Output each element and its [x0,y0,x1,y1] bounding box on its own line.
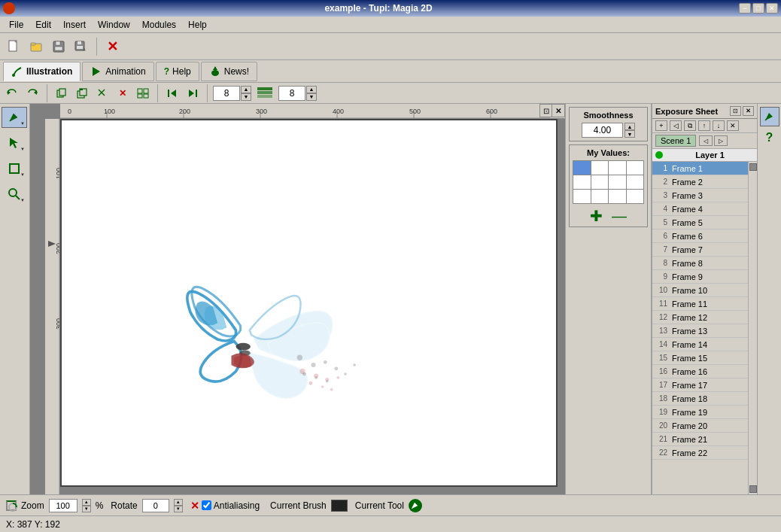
add-scene-button[interactable]: + [655,120,667,131]
delete-button[interactable]: ✕ [114,85,132,102]
save-as-button[interactable]: + [71,36,92,57]
frame-row[interactable]: 16 Frame 16 [652,365,748,378]
redo-button[interactable] [23,85,41,102]
frame-row[interactable]: 11 Frame 11 [652,297,748,311]
scene-remove-button[interactable]: ✕ [727,120,739,131]
color-cell-9[interactable] [591,190,609,203]
smoothness-up[interactable]: ▲ [624,123,635,130]
frame-row[interactable]: 12 Frame 12 [652,311,748,324]
color-cell-6[interactable] [609,175,626,189]
frame-spinner[interactable]: ▲ ▼ [278,86,317,101]
frame-down-arrow[interactable]: ▼ [306,93,317,101]
scene-down-button[interactable]: ↓ [713,120,725,131]
color-cell-11[interactable] [627,190,644,203]
shape-tool[interactable]: ▼ [2,158,27,179]
brush-color-swatch[interactable] [331,500,348,512]
exposure-restore-button[interactable]: ⊡ [730,106,741,116]
menu-help[interactable]: Help [182,18,213,32]
scene-prev-button[interactable]: ◁ [699,135,713,146]
close-button[interactable]: ✕ [766,3,778,14]
scene-copy-button[interactable]: ⧉ [684,120,696,131]
menu-file[interactable]: File [3,18,29,32]
smoothness-down[interactable]: ▼ [624,130,635,138]
zoom-up[interactable]: ▲ [82,499,91,506]
forward-button[interactable] [184,85,202,102]
frame-row[interactable]: 13 Frame 13 [652,324,748,338]
frame-row[interactable]: 9 Frame 9 [652,270,748,284]
frame-row[interactable]: 14 Frame 14 [652,338,748,351]
select-tool[interactable]: ▼ [2,132,27,154]
scene-next-button[interactable]: ▷ [714,135,728,146]
color-cell-1[interactable] [591,161,609,175]
group-button[interactable] [134,85,152,102]
layer-input[interactable] [213,86,240,101]
frame-row[interactable]: 20 Frame 20 [652,419,748,433]
rotate-input[interactable] [142,499,169,512]
frame-row[interactable]: 19 Frame 19 [652,406,748,419]
frame-row[interactable]: 8 Frame 8 [652,257,748,270]
scene-name[interactable]: Scene 1 [655,135,696,147]
scroll-down-button[interactable] [749,485,757,493]
zoom-down[interactable]: ▼ [82,506,91,512]
back-button[interactable] [163,85,181,102]
active-tool-button[interactable] [760,107,779,126]
menu-window[interactable]: Window [92,18,136,32]
frame-row[interactable]: 5 Frame 5 [652,216,748,230]
color-cell-0[interactable] [573,161,591,175]
frames-scrollbar[interactable] [748,162,757,494]
color-cell-2[interactable] [609,161,626,175]
rotate-down[interactable]: ▼ [174,506,183,512]
add-value-button[interactable]: ✚ [590,208,603,223]
frame-row[interactable]: 7 Frame 7 [652,243,748,257]
panel-restore-button[interactable]: ⊡ [540,105,552,117]
color-cell-4[interactable] [573,175,591,189]
frame-row[interactable]: 17 Frame 17 [652,378,748,392]
layer-spinner[interactable]: ▲ ▼ [213,86,251,101]
frame-row[interactable]: 2 Frame 2 [652,175,748,189]
save-button[interactable] [48,36,69,57]
tab-help[interactable]: ? Help [156,62,199,81]
color-cell-3[interactable] [627,161,644,175]
frame-row[interactable]: 18 Frame 18 [652,392,748,406]
close-file-button[interactable]: ✕ [102,36,123,57]
scene-left-button[interactable]: ◁ [670,120,682,131]
copy-button[interactable] [53,85,71,102]
color-cell-7[interactable] [627,175,644,189]
cut-button[interactable] [93,85,111,102]
scene-up-button[interactable]: ↑ [698,120,710,131]
minimize-button[interactable]: – [739,3,751,14]
tab-news[interactable]: News! [201,62,257,81]
paste-button[interactable] [73,85,91,102]
zoom-input[interactable] [49,499,77,512]
frame-row[interactable]: 6 Frame 6 [652,230,748,243]
frame-row[interactable]: 3 Frame 3 [652,189,748,202]
frame-row[interactable]: 4 Frame 4 [652,202,748,216]
frame-row[interactable]: 1 Frame 1 [652,162,748,175]
delete-value-button[interactable]: — [612,208,627,223]
new-button[interactable] [3,36,24,57]
frame-row[interactable]: 10 Frame 10 [652,284,748,297]
color-cell-5[interactable] [591,175,609,189]
color-cell-10[interactable] [609,190,626,203]
menu-edit[interactable]: Edit [29,18,57,32]
smoothness-input[interactable] [582,123,623,138]
tab-illustration[interactable]: Illustration [3,62,81,81]
open-button[interactable] [26,36,47,57]
layer-up-arrow[interactable]: ▲ [241,86,251,93]
color-cell-8[interactable] [573,190,591,203]
frame-row[interactable]: 21 Frame 21 [652,433,748,446]
frame-row[interactable]: 22 Frame 22 [652,446,748,460]
menu-modules[interactable]: Modules [136,18,182,32]
undo-button[interactable] [3,85,21,102]
panel-close-button[interactable]: ✕ [552,105,564,117]
scroll-up-button[interactable] [749,163,757,171]
zoom-tool[interactable]: ▼ [2,184,27,205]
menu-insert[interactable]: Insert [57,18,92,32]
help-tool-button[interactable]: ? [760,128,779,147]
frame-input[interactable] [278,86,305,101]
exposure-close-button[interactable]: ✕ [743,106,754,116]
antialias-checkbox[interactable] [202,500,211,510]
tab-animation[interactable]: Animation [82,62,153,81]
frame-up-arrow[interactable]: ▲ [306,86,317,93]
pen-tool[interactable]: ▼ [2,107,27,128]
